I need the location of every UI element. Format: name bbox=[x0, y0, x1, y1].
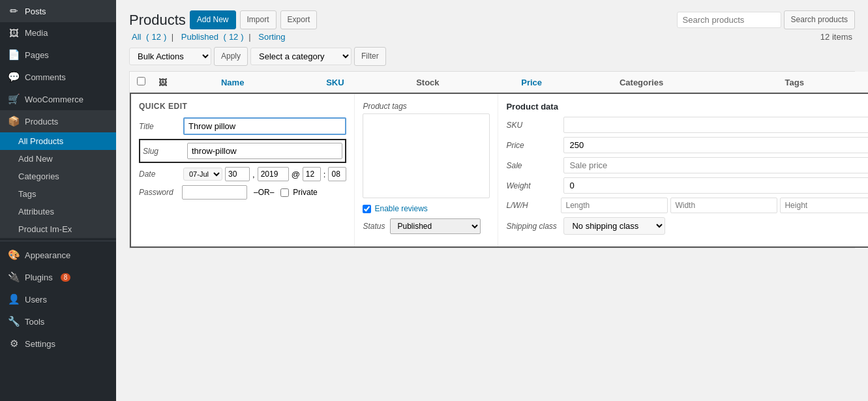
price-input[interactable] bbox=[563, 137, 868, 153]
sidebar-item-media[interactable]: 🖼 Media bbox=[0, 22, 116, 44]
comments-icon: 💬 bbox=[8, 71, 20, 83]
or-label: –OR– bbox=[254, 188, 274, 197]
weight-row: Weight bbox=[506, 177, 868, 194]
sku-th[interactable]: SKU bbox=[320, 72, 410, 93]
date-month-select[interactable]: 07-Jul bbox=[183, 168, 222, 181]
quick-edit-middle: Product tags Enable reviews Status Pub bbox=[355, 94, 498, 246]
sidebar-item-comments[interactable]: 💬 Comments bbox=[0, 66, 116, 88]
pages-icon: 📄 bbox=[8, 49, 20, 61]
width-input[interactable] bbox=[670, 198, 777, 213]
enable-reviews-checkbox[interactable] bbox=[363, 205, 371, 213]
at-label: @ bbox=[292, 170, 300, 179]
sidebar-item-woocommerce[interactable]: 🛒 WooCommerce bbox=[0, 88, 116, 110]
sidebar-item-add-new[interactable]: Add New bbox=[0, 150, 116, 168]
sidebar-divider-1 bbox=[0, 241, 116, 241]
search-input[interactable] bbox=[677, 12, 781, 28]
sidebar-item-posts[interactable]: ✏ Posts bbox=[0, 0, 116, 22]
sku-row: SKU bbox=[506, 117, 868, 133]
shipping-class-select[interactable]: No shipping class bbox=[563, 217, 665, 235]
date-label: Date bbox=[139, 170, 178, 179]
stock-th: Stock bbox=[410, 72, 515, 93]
bulk-actions-select[interactable]: Bulk Actions bbox=[129, 48, 211, 65]
name-th[interactable]: Name bbox=[215, 72, 320, 93]
products-submenu: All Products Add New Categories Tags Att… bbox=[0, 132, 116, 238]
status-select[interactable]: Published Draft Pending Review Private bbox=[390, 218, 481, 234]
slug-label: Slug bbox=[143, 147, 182, 156]
price-th[interactable]: Price bbox=[515, 72, 613, 93]
sidebar-item-attributes[interactable]: Attributes bbox=[0, 203, 116, 220]
sidebar-item-tags[interactable]: Tags bbox=[0, 185, 116, 203]
sidebar-item-products-parent[interactable]: 📦 Products bbox=[0, 110, 116, 132]
apply-button[interactable]: Apply bbox=[214, 47, 248, 66]
plugins-badge: 8 bbox=[61, 273, 71, 282]
password-input[interactable] bbox=[182, 185, 247, 200]
product-tags-label: Product tags bbox=[363, 102, 490, 111]
sidebar-item-all-products[interactable]: All Products bbox=[0, 132, 116, 150]
sidebar-item-product-im-ex[interactable]: Product Im-Ex bbox=[0, 220, 116, 238]
export-button[interactable]: Export bbox=[280, 10, 318, 29]
sku-label: SKU bbox=[506, 121, 558, 130]
password-row: Password –OR– Private bbox=[139, 185, 346, 200]
sidebar-item-categories[interactable]: Categories bbox=[0, 168, 116, 185]
sidebar-item-appearance[interactable]: 🎨 Appearance bbox=[0, 244, 116, 266]
sidebar-item-settings[interactable]: ⚙ Settings bbox=[0, 333, 116, 355]
lwh-row: L/W/H bbox=[506, 198, 868, 213]
sidebar-item-plugins[interactable]: 🔌 Plugins 8 bbox=[0, 266, 116, 288]
quick-edit-right: Product data SKU Price bbox=[498, 94, 868, 246]
shipping-label: Shipping class bbox=[506, 222, 558, 231]
sidebar-item-pages[interactable]: 📄 Pages bbox=[0, 44, 116, 66]
tags-textarea[interactable] bbox=[363, 113, 490, 198]
select-all-checkbox[interactable] bbox=[137, 77, 145, 85]
sidebar-posts-label: Posts bbox=[25, 7, 46, 16]
title-label: Title bbox=[139, 122, 178, 131]
tags-label: Tags bbox=[18, 189, 36, 199]
sidebar-appearance-label: Appearance bbox=[25, 250, 70, 260]
sidebar-item-tools[interactable]: 🔧 Tools bbox=[0, 310, 116, 333]
page-title: Products bbox=[129, 12, 186, 29]
category-select[interactable]: Select a category bbox=[250, 48, 352, 65]
quick-edit-left: QUICK EDIT Title Slug bbox=[131, 94, 355, 246]
search-button[interactable]: Search products bbox=[784, 10, 855, 29]
image-th: 🖼 bbox=[152, 72, 215, 93]
slug-input[interactable] bbox=[187, 143, 342, 159]
title-input[interactable] bbox=[183, 117, 346, 135]
date-day-input[interactable] bbox=[225, 167, 250, 181]
filter-published-link[interactable]: Published (12) bbox=[179, 32, 246, 42]
posts-icon: ✏ bbox=[8, 5, 20, 17]
sidebar-products-label: Products bbox=[25, 117, 58, 126]
date-hour-input[interactable] bbox=[303, 167, 321, 181]
height-input[interactable] bbox=[780, 198, 868, 213]
select-all-th bbox=[130, 72, 152, 93]
product-data-section: Product data SKU Price bbox=[506, 102, 868, 239]
private-label: Private bbox=[293, 188, 317, 197]
date-year-input[interactable] bbox=[258, 167, 289, 181]
private-checkbox[interactable] bbox=[280, 188, 289, 197]
media-icon: 🖼 bbox=[8, 27, 20, 38]
status-row: Status Published Draft Pending Review Pr… bbox=[363, 218, 490, 234]
sidebar-item-users[interactable]: 👤 Users bbox=[0, 288, 116, 310]
sale-row: Sale bbox=[506, 157, 868, 173]
enable-reviews-label: Enable reviews bbox=[374, 204, 427, 213]
title-row: Title bbox=[139, 117, 346, 135]
main-content: Products Add New Import Export Search pr… bbox=[116, 0, 868, 401]
sku-input[interactable] bbox=[563, 117, 868, 133]
product-im-ex-label: Product Im-Ex bbox=[18, 224, 72, 234]
all-products-label: All Products bbox=[18, 136, 63, 146]
password-label: Password bbox=[139, 188, 178, 197]
date-min-input[interactable] bbox=[328, 167, 346, 181]
filter-bar: Bulk Actions Apply Select a category Fil… bbox=[129, 47, 855, 66]
woocommerce-icon: 🛒 bbox=[8, 93, 20, 105]
date-row: Date 07-Jul , @ bbox=[139, 167, 346, 181]
attributes-label: Attributes bbox=[18, 207, 54, 216]
import-button[interactable]: Import bbox=[240, 10, 277, 29]
sale-input[interactable] bbox=[563, 157, 868, 173]
sidebar-plugins-label: Plugins bbox=[25, 273, 53, 282]
filter-all-link[interactable]: All (12) bbox=[129, 32, 169, 42]
add-new-button[interactable]: Add New bbox=[190, 10, 236, 29]
settings-icon: ⚙ bbox=[8, 338, 20, 349]
weight-input[interactable] bbox=[563, 177, 868, 194]
length-input[interactable] bbox=[561, 198, 668, 213]
sidebar-media-label: Media bbox=[25, 28, 48, 38]
filter-button[interactable]: Filter bbox=[354, 47, 386, 66]
filter-sorting-link[interactable]: Sorting bbox=[256, 32, 288, 42]
